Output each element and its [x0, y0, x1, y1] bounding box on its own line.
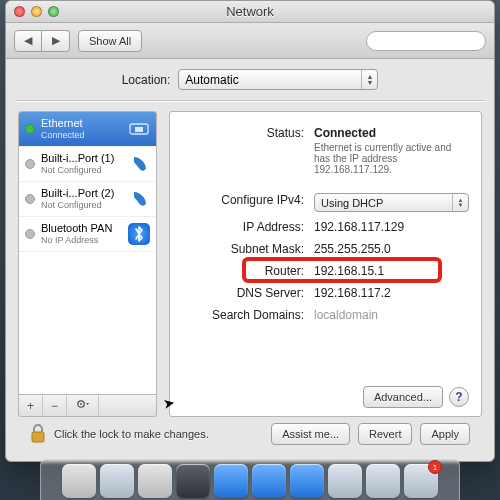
window-footer: Click the lock to make changes. Assist m…: [18, 417, 482, 455]
sidebar-item-ethernet[interactable]: Ethernet Connected: [19, 112, 156, 147]
location-value: Automatic: [185, 73, 238, 87]
search-field[interactable]: [366, 31, 486, 51]
phone-icon: [128, 188, 150, 210]
dock: 1: [40, 458, 460, 500]
content-area: Location: Automatic ▲▼ Ethernet Connecte…: [6, 59, 494, 461]
ethernet-icon: [128, 118, 150, 140]
sidebar-item-label: Bluetooth PAN: [41, 222, 122, 234]
zoom-button[interactable]: [48, 6, 59, 17]
close-button[interactable]: [14, 6, 25, 17]
interface-details: Status: Connected Ethernet is currently …: [169, 111, 482, 417]
subnet-mask-label: Subnet Mask:: [182, 242, 304, 256]
status-dot-icon: [25, 159, 35, 169]
dns-server-label: DNS Server:: [182, 286, 304, 300]
status-description: Ethernet is currently active and has the…: [314, 142, 469, 175]
dock-item-finder[interactable]: [62, 464, 96, 498]
sidebar-item-label: Ethernet: [41, 117, 122, 129]
location-select[interactable]: Automatic ▲▼: [178, 69, 378, 90]
dock-item-mission-control[interactable]: [138, 464, 172, 498]
lock-icon[interactable]: [30, 424, 46, 444]
sidebar-item-sublabel: Not Configured: [41, 164, 122, 176]
updown-icon: ▲▼: [361, 70, 377, 89]
updown-icon: ▲▼: [452, 194, 468, 211]
location-label: Location:: [122, 73, 171, 87]
sidebar-footer: + −: [18, 395, 157, 417]
router-value: 192.168.15.1: [314, 264, 469, 278]
phone-icon: [128, 153, 150, 175]
search-domains-label: Search Domains:: [182, 308, 304, 322]
dns-server-value: 192.168.117.2: [314, 286, 469, 300]
location-row: Location: Automatic ▲▼: [18, 69, 482, 90]
ip-address-value: 192.168.117.129: [314, 220, 469, 234]
nav-segment: ◀ ▶: [14, 30, 70, 52]
sidebar-item-modem-1[interactable]: Built-i...Port (1) Not Configured: [19, 147, 156, 182]
lock-text: Click the lock to make changes.: [54, 428, 209, 440]
dock-item-app-store[interactable]: [176, 464, 210, 498]
apply-button[interactable]: Apply: [420, 423, 470, 445]
dock-item-safari[interactable]: [214, 464, 248, 498]
search-domains-value: localdomain: [314, 308, 469, 322]
dock-item-messages[interactable]: [290, 464, 324, 498]
status-value: Connected: [314, 126, 469, 140]
svg-rect-6: [32, 432, 44, 442]
dock-item-launchpad[interactable]: [100, 464, 134, 498]
configure-ipv4-label: Configure IPv4:: [182, 193, 304, 207]
preferences-toolbar: ◀ ▶ Show All: [6, 23, 494, 59]
svg-point-5: [80, 403, 82, 405]
bluetooth-icon: [128, 223, 150, 245]
ip-address-label: IP Address:: [182, 220, 304, 234]
status-dot-icon: [25, 229, 35, 239]
traffic-lights: [14, 6, 59, 17]
sidebar-item-label: Built-i...Port (1): [41, 152, 122, 164]
sidebar-item-sublabel: Not Configured: [41, 199, 122, 211]
search-input[interactable]: [377, 34, 500, 48]
back-button[interactable]: ◀: [14, 30, 42, 52]
dock-item-contacts[interactable]: [328, 464, 362, 498]
minimize-button[interactable]: [31, 6, 42, 17]
dock-item-calendar[interactable]: [366, 464, 400, 498]
svg-rect-3: [135, 127, 143, 132]
sidebar-item-sublabel: Connected: [41, 129, 122, 141]
sidebar-item-sublabel: No IP Address: [41, 234, 122, 246]
advanced-button[interactable]: Advanced...: [363, 386, 443, 408]
status-dot-icon: [25, 124, 35, 134]
sidebar-item-label: Built-i...Port (2): [41, 187, 122, 199]
dock-item-mail[interactable]: [252, 464, 286, 498]
window-titlebar[interactable]: Network: [6, 1, 494, 23]
sidebar-item-bluetooth[interactable]: Bluetooth PAN No IP Address: [19, 217, 156, 252]
window-title: Network: [6, 4, 494, 19]
show-all-button[interactable]: Show All: [78, 30, 142, 52]
network-preferences-window: Network ◀ ▶ Show All Location: Automatic…: [5, 0, 495, 462]
interfaces-list: Ethernet Connected Built-i...Port (1) No…: [18, 111, 157, 395]
interfaces-sidebar: Ethernet Connected Built-i...Port (1) No…: [18, 111, 157, 417]
sidebar-item-modem-2[interactable]: Built-i...Port (2) Not Configured: [19, 182, 156, 217]
help-button[interactable]: ?: [449, 387, 469, 407]
configure-ipv4-value: Using DHCP: [321, 197, 383, 209]
assist-me-button[interactable]: Assist me...: [271, 423, 350, 445]
configure-ipv4-select[interactable]: Using DHCP ▲▼: [314, 193, 469, 212]
dock-badge: 1: [428, 460, 442, 474]
separator: [16, 100, 484, 101]
gear-icon: [76, 398, 90, 413]
status-label: Status:: [182, 126, 304, 140]
dock-item-settings[interactable]: 1: [404, 464, 438, 498]
remove-interface-button[interactable]: −: [43, 395, 67, 416]
forward-button[interactable]: ▶: [42, 30, 70, 52]
add-interface-button[interactable]: +: [19, 395, 43, 416]
router-label: Router:: [182, 264, 304, 278]
action-menu-button[interactable]: [67, 395, 99, 416]
revert-button[interactable]: Revert: [358, 423, 412, 445]
subnet-mask-value: 255.255.255.0: [314, 242, 469, 256]
status-dot-icon: [25, 194, 35, 204]
